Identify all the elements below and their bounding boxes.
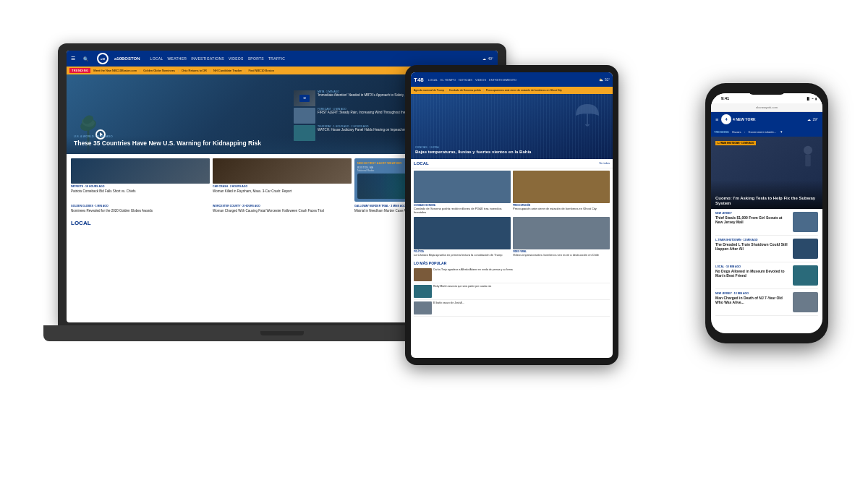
phone-notch: [749, 90, 785, 95]
grid-item-worcester[interactable]: WORCESTER COUNTY · 2 HOURS AGO Woman Cha…: [213, 205, 352, 213]
search-icon[interactable]: ☰: [71, 56, 75, 61]
t48-item-1[interactable]: CONDADO SONOMA Condado de Sonoma podría …: [414, 171, 511, 215]
phone-news-headline-1: Thief Steals $1,000 From Girl Scouts at …: [715, 215, 790, 224]
nav-videos[interactable]: VIDEOS: [229, 56, 244, 61]
t48-popular-thumb-3: [414, 301, 432, 314]
hero-category: U.S. & WORLD · 31 MIN AGO: [74, 134, 282, 138]
phone-news-item-1[interactable]: NEW JERSEY Thief Steals $1,000 From Girl…: [715, 212, 818, 236]
nbc10-logo-text: a10BOSTON: [114, 56, 140, 61]
t48-ticker-item-3[interactable]: Preocupaciones ante cierre de estación d…: [486, 89, 562, 92]
phone-news-item-4[interactable]: NEW JERSEY · 13 MIN AGO Man Charged in D…: [715, 292, 818, 316]
t48-logo: T48: [414, 77, 424, 83]
phone-trending-shutdown[interactable]: Government shutdo...: [749, 130, 776, 134]
t48-popular: LO MÁS POPULAR Carlos Trejo agradece a A…: [411, 259, 613, 319]
search-icon2[interactable]: 🔍: [83, 56, 88, 61]
phone-news-cat-2: L-TRAIN SHUTDOWN · 13 MIN AGO: [715, 239, 790, 241]
phone-hero-text: Cuomo: I'm Asking Tesla to Help Fix the …: [715, 196, 818, 206]
tablet-outer: T48 LOCAL EL TIEMPO NOTICIAS VIDEOS ENTR…: [405, 65, 618, 365]
t48-nav-entretenimiento[interactable]: ENTRETENIMIENTO: [489, 78, 516, 82]
t48-popular-item-1[interactable]: Carlos Trejo agradece a Alfredo Adame en…: [414, 267, 610, 283]
nav-weather[interactable]: WEATHER: [167, 56, 187, 61]
phone-hero-badge: L-TRAIN SHUTDOWN · 15 MIN AGO: [715, 141, 756, 145]
t48-item-headline-4: Videos impresionantes: bomberos ven mori…: [513, 254, 610, 257]
ticker-item-3[interactable]: Ortiz Returns to DR: [182, 69, 207, 72]
signal-icon: ▐▌: [806, 97, 810, 100]
scene: ☰ 🔍 a10 a10BOSTON LOCAL WEATHER INVESTIG…: [0, 0, 868, 488]
ticker-item-5[interactable]: Find NBC10 Boston: [249, 69, 274, 72]
ticker-item-1[interactable]: Meet the New NBC10Boston.com: [93, 69, 137, 72]
hero-side-thumb-1: 10: [294, 90, 315, 106]
t48-see-all[interactable]: Ver todas: [599, 162, 610, 165]
nav-sports[interactable]: SPORTS: [248, 56, 264, 61]
phone-hero: L-TRAIN SHUTDOWN · 15 MIN AGO Cuomo: I'm…: [711, 137, 822, 209]
phone-news-list: NEW JERSEY Thief Steals $1,000 From Girl…: [711, 209, 822, 319]
local-section-title: LOCAL: [71, 220, 91, 226]
grid-headline-patriots: Patriots Comeback Bid Falls Short vs. Ch…: [71, 189, 210, 193]
phone-trending-dropdown-icon[interactable]: ▾: [780, 129, 783, 134]
t48-popular-item-2[interactable]: Ricky Martín anuncia que sera padre por …: [414, 283, 610, 300]
t48-item-4[interactable]: VIDEO VIRAL Videos impresionantes: bombe…: [513, 217, 610, 257]
t48-nav-noticias[interactable]: NOTICIAS: [459, 78, 472, 82]
phone-news-item-2[interactable]: L-TRAIN SHUTDOWN · 13 MIN AGO The Dreade…: [715, 239, 818, 262]
t48-hero-text: CIENCIAS · 1 HORA Bajas temperaturas, ll…: [415, 146, 608, 155]
t48-grid: CONDADO SONOMA Condado de Sonoma podría …: [411, 168, 613, 259]
phone-news-thumb-3: [793, 265, 818, 286]
hero-side-thumb-3: [294, 125, 315, 141]
phone-news-text-1: NEW JERSEY Thief Steals $1,000 From Girl…: [715, 212, 790, 232]
ticker-item-4[interactable]: NH Candidate Tracker: [213, 69, 242, 72]
t48-thumb-1: [414, 171, 511, 203]
t48-nav-links: LOCAL EL TIEMPO NOTICIAS VIDEOS ENTRETEN…: [428, 78, 516, 82]
grid-item-patriots[interactable]: PATRIOTS · 18 HOURS AGO Patriots Comebac…: [71, 158, 210, 202]
nbc10-logo-icon: a10: [97, 53, 109, 64]
t48-nav-tiempo[interactable]: EL TIEMPO: [441, 78, 456, 82]
phone-url-bar[interactable]: nbcnewyork.com: [711, 103, 822, 112]
nbc4-logo: 4 4 NEW YORK: [721, 114, 756, 124]
t48-popular-item-3[interactable]: El baño oscuro de José A...: [414, 300, 610, 317]
phone-news-cat-3: LOCAL · 10 MIN AGO: [715, 265, 790, 268]
phone-trending-oscars[interactable]: Oscars: [732, 130, 741, 134]
t48-nav-local[interactable]: LOCAL: [428, 78, 438, 82]
t48-hero-headline[interactable]: Bajas temperaturas, lluvias y fuertes vi…: [415, 150, 608, 155]
t48-ticker-item-1[interactable]: Agenda nacional de Trump: [414, 89, 444, 92]
t48-ticker-item-2[interactable]: Condado de Sonoma podría: [449, 89, 481, 92]
grid-headline-worcester: Woman Charged With Causing Fatal Worcest…: [213, 209, 352, 213]
person-icon: [775, 140, 819, 176]
phone-news-thumb-2: [793, 239, 818, 259]
weather-icon: ☁: [482, 56, 486, 61]
grid-cat-patriots: PATRIOTS · 18 HOURS AGO: [71, 185, 210, 188]
phone-news-headline-4: Man Charged in Death of NJ 7-Year Old Wh…: [715, 296, 790, 304]
t48-thumb-4: [513, 217, 610, 249]
phone-trending-bar: TRENDING Oscars › Government shutdo... ▾: [711, 127, 822, 137]
battery-icon: ▮: [815, 97, 817, 100]
grid-cat-crash: CAR CRASH · 2 HOURS AGO: [213, 185, 352, 188]
grid-item-globes[interactable]: GOLDEN GLOBES · 1 MIN AGO Nominees Revea…: [71, 205, 210, 213]
nbc4-nav: ≡ 4 4 NEW YORK ☁ 29°: [711, 112, 822, 127]
t48-hero-cat: CIENCIAS · 1 HORA: [415, 146, 608, 149]
t48-weather: ⛅ 51°: [599, 78, 610, 82]
t48-item-2[interactable]: PREOCUPACIÓN Preocupación ante cierre de…: [513, 171, 610, 215]
hero-text-overlay: U.S. & WORLD · 31 MIN AGO These 35 Count…: [74, 134, 282, 147]
t48-item-headline-2: Preocupación ante cierre de estación de …: [513, 207, 610, 211]
phone-news-item-3[interactable]: LOCAL · 10 MIN AGO No Dogs Allowed in Mu…: [715, 265, 818, 289]
t48-item-3[interactable]: POLÍTICA La Cámara Baja aprueba en prime…: [414, 217, 511, 257]
wifi-icon: ⌁: [812, 96, 814, 100]
nav-investigations[interactable]: INVESTIGATIONS: [191, 56, 224, 61]
grid-thumb-patriots: [71, 158, 210, 184]
laptop-notch: [260, 331, 304, 335]
t48-thumb-3: [414, 217, 511, 249]
phone-hero-headline[interactable]: Cuomo: I'm Asking Tesla to Help Fix the …: [715, 196, 818, 206]
ticker-item-2[interactable]: Golden Globe Nominees: [143, 69, 175, 72]
ticker-label: TRENDING: [69, 68, 90, 73]
t48-nav-videos[interactable]: VIDEOS: [475, 78, 486, 82]
nav-local[interactable]: LOCAL: [150, 56, 163, 61]
nbc10-weather: ☁ 49°: [482, 56, 493, 61]
phone-news-thumb-1: [793, 212, 818, 232]
nav-traffic[interactable]: TRAFFIC: [268, 56, 285, 61]
phone-news-headline-2: The Dreaded L Train Shutdown Could Still…: [715, 242, 790, 251]
phone-status-icons: ▐▌ ⌁ ▮: [806, 96, 817, 100]
phone-news-thumb-4: [793, 292, 818, 312]
hero-headline[interactable]: These 35 Countries Have New U.S. Warning…: [74, 140, 282, 147]
grid-item-crash[interactable]: CAR CRASH · 2 HOURS AGO Woman Killed in …: [213, 158, 352, 202]
nbc4-hamburger-icon[interactable]: ≡: [715, 117, 718, 122]
umbrella-icon: [569, 101, 605, 130]
